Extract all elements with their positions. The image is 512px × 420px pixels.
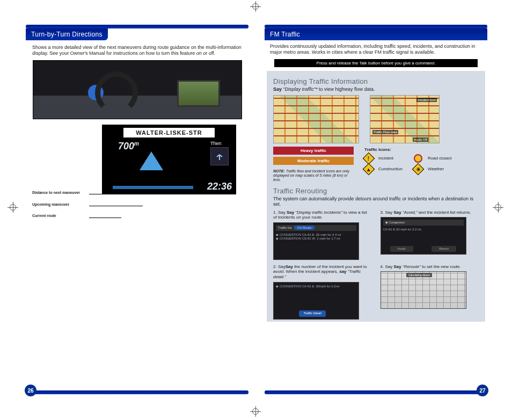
crop-mark [252,408,260,416]
page-left: Turn-by-Turn Directions Shows a more det… [26,25,248,401]
step2-screenshot: ◆ CONGESTION CA-91 E: 20mph for 2.2mi Tr… [273,282,359,320]
step-3: 3. Say Say "Avoid," and the incident lis… [381,210,479,260]
construction-icon: ▲ [363,163,375,175]
mid-display: WALTER-LISKE-STR 700m Then 22:36 [102,125,236,194]
legend-note: NOTE: Traffic flow and incident icons ar… [273,169,354,183]
step1-screenshot: Traffic list On Route ◆ CONGESTION CA-91… [273,222,359,260]
maneuver-arrow-icon [140,151,163,170]
intro-text: Shows a more detailed view of the next m… [32,45,242,57]
label-incident-icon: Incident icon [416,98,437,102]
icon-label: Incident [378,156,411,161]
distance-value: 700m [118,141,139,152]
traffic-map-wide [273,95,359,143]
callout-distance: Distance to next maneuver [32,191,91,195]
label-audio-off: Audio Off [413,137,428,142]
page-number-right: 27 [477,385,488,396]
rerouting-intro: The system can automatically provide det… [273,196,479,207]
icons-heading: Traffic Icons: [364,147,391,152]
then-label: Then [210,141,232,165]
crop-mark [10,204,17,212]
legend-heavy: Heavy traffic [273,147,354,155]
street-name: WALTER-LISKE-STR [123,128,215,137]
leader-line [89,194,127,194]
icon-label: Road closed [428,156,460,161]
intro-text: Provides continuously updated informatio… [270,44,482,56]
weather-icon: ☀ [412,163,425,175]
bottom-rule [265,390,487,394]
callout-labels: Distance to next maneuver Upcoming maneu… [32,191,91,226]
crop-mark [495,204,502,212]
dashboard-photo [33,60,242,119]
route-line [113,186,193,189]
bottom-rule [26,390,248,394]
icon-label: Construction [378,166,411,171]
label-flow-data: Traffic Flow data [372,130,398,134]
say-line: Say "Display traffic"* to view highway f… [273,86,479,92]
step4-screenshot: Calculating detour [381,271,466,309]
section-tab-fmtraffic: FM Traffic [265,28,487,40]
crop-mark [252,3,260,11]
incident-icon: ! [363,152,375,164]
subhead-display-traffic: Displaying Traffic Information [273,77,479,85]
leader-line [89,218,121,218]
road-closed-icon [414,154,422,163]
step3-screenshot: ◆ Congestion CA-91 E 20 mph for 2.2 mi. … [381,217,466,255]
callout-route: Current route [32,214,91,218]
section-tab-turnbyturn: Turn-by-Turn Directions [26,28,108,40]
step-1: 1. Say Say "Display traffic incidents" t… [273,210,372,260]
page-right: FM Traffic Provides continuously updated… [265,25,487,401]
step-2: 2. SaySay the number of the incident you… [273,264,372,320]
legend-moderate: Moderate traffic [273,157,354,165]
talk-instruction-bar: Press and release the Talk button before… [274,59,478,67]
top-rule [265,25,487,28]
subhead-rerouting: Traffic Rerouting [273,187,479,195]
callout-upcoming: Upcoming maneuver [32,202,91,207]
icon-label: Weather [428,166,460,171]
top-rule [26,25,248,28]
leader-line [89,206,143,206]
page-number-left: 26 [25,385,36,396]
time-value: 22:36 [207,181,232,192]
step-4: 4. Say Say "Reroute" to set the new rout… [381,264,479,320]
traffic-map-zoom: Incident icon Traffic Flow data Audio Of… [370,95,440,143]
